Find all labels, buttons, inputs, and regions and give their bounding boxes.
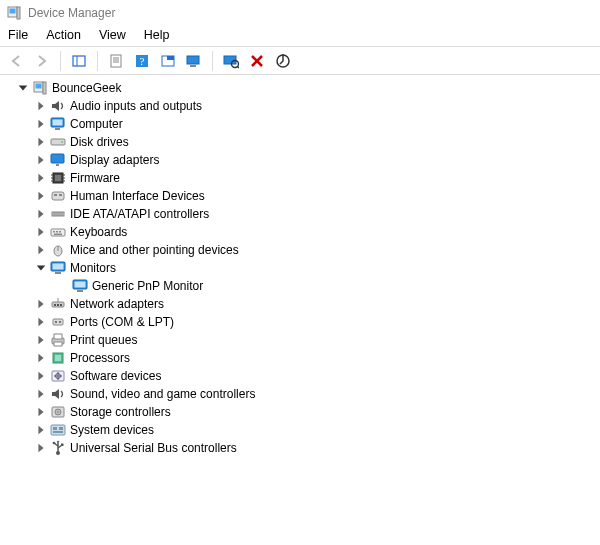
category-label: Network adapters: [70, 295, 164, 313]
tree-category-cpu[interactable]: Processors: [6, 349, 600, 367]
tree-category-audio[interactable]: Audio inputs and outputs: [6, 97, 600, 115]
expand-icon[interactable]: [34, 207, 48, 221]
network-icon: [50, 296, 66, 312]
expand-icon[interactable]: [34, 297, 48, 311]
tree-category-firmware[interactable]: Firmware: [6, 169, 600, 187]
title-bar: Device Manager: [0, 0, 600, 26]
mouse-icon: [50, 242, 66, 258]
twisty-none: [56, 279, 70, 293]
category-label: Mice and other pointing devices: [70, 241, 239, 259]
tree-category-display[interactable]: Display adapters: [6, 151, 600, 169]
expand-icon[interactable]: [34, 441, 48, 455]
menu-bar: File Action View Help: [0, 26, 600, 46]
tree-category-ide[interactable]: IDE ATA/ATAPI controllers: [6, 205, 600, 223]
collapse-icon[interactable]: [16, 81, 30, 95]
menu-view[interactable]: View: [99, 28, 126, 42]
separator: [97, 51, 98, 71]
expand-icon[interactable]: [34, 333, 48, 347]
action-pane-button[interactable]: [156, 50, 180, 72]
tree-category-computer[interactable]: Computer: [6, 115, 600, 133]
category-label: System devices: [70, 421, 154, 439]
app-icon: [6, 5, 22, 21]
category-label: Software devices: [70, 367, 161, 385]
remote-computer-button[interactable]: [182, 50, 206, 72]
expand-icon[interactable]: [34, 153, 48, 167]
menu-help[interactable]: Help: [144, 28, 170, 42]
update-driver-button[interactable]: [271, 50, 295, 72]
tree-category-keyboard[interactable]: Keyboards: [6, 223, 600, 241]
menu-file[interactable]: File: [8, 28, 28, 42]
expand-icon[interactable]: [34, 135, 48, 149]
cpu-icon: [50, 350, 66, 366]
expand-icon[interactable]: [34, 405, 48, 419]
usb-icon: [50, 440, 66, 456]
disk-icon: [50, 134, 66, 150]
monitor-icon: [50, 260, 66, 276]
tree-category-printq[interactable]: Print queues: [6, 331, 600, 349]
back-button[interactable]: [4, 50, 28, 72]
tree-category-sound[interactable]: Sound, video and game controllers: [6, 385, 600, 403]
computer-icon: [50, 116, 66, 132]
device-tree[interactable]: BounceGeek Audio inputs and outputs Comp…: [0, 75, 600, 457]
separator: [60, 51, 61, 71]
category-label: Storage controllers: [70, 403, 171, 421]
toolbar: [0, 47, 600, 75]
expand-icon[interactable]: [34, 315, 48, 329]
tree-category-mouse[interactable]: Mice and other pointing devices: [6, 241, 600, 259]
printer-icon: [50, 332, 66, 348]
help-button[interactable]: [130, 50, 154, 72]
computer-icon: [32, 80, 48, 96]
forward-button[interactable]: [30, 50, 54, 72]
tree-device-pnp-monitor[interactable]: Generic PnP Monitor: [6, 277, 600, 295]
system-icon: [50, 422, 66, 438]
expand-icon[interactable]: [34, 243, 48, 257]
category-label: Monitors: [70, 259, 116, 277]
properties-button[interactable]: [104, 50, 128, 72]
category-label: Audio inputs and outputs: [70, 97, 202, 115]
window-title: Device Manager: [28, 6, 115, 20]
chip-icon: [50, 170, 66, 186]
expand-icon[interactable]: [34, 189, 48, 203]
category-label: Universal Serial Bus controllers: [70, 439, 237, 457]
expand-icon[interactable]: [34, 99, 48, 113]
uninstall-button[interactable]: [245, 50, 269, 72]
tree-category-ports[interactable]: Ports (COM & LPT): [6, 313, 600, 331]
keyboard-icon: [50, 224, 66, 240]
category-label: Keyboards: [70, 223, 127, 241]
menu-action[interactable]: Action: [46, 28, 81, 42]
tree-category-network[interactable]: Network adapters: [6, 295, 600, 313]
category-label: IDE ATA/ATAPI controllers: [70, 205, 209, 223]
category-label: Print queues: [70, 331, 137, 349]
expand-icon[interactable]: [34, 423, 48, 437]
tree-category-software[interactable]: Software devices: [6, 367, 600, 385]
ide-icon: [50, 206, 66, 222]
tree-category-monitor[interactable]: Monitors: [6, 259, 600, 277]
expand-icon[interactable]: [34, 171, 48, 185]
category-label: Firmware: [70, 169, 120, 187]
separator: [212, 51, 213, 71]
tree-category-system[interactable]: System devices: [6, 421, 600, 439]
speaker-icon: [50, 386, 66, 402]
category-label: Processors: [70, 349, 130, 367]
expand-icon[interactable]: [34, 351, 48, 365]
expand-icon[interactable]: [34, 225, 48, 239]
category-label: Sound, video and game controllers: [70, 385, 255, 403]
tree-category-storage[interactable]: Storage controllers: [6, 403, 600, 421]
root-label: BounceGeek: [52, 79, 121, 97]
expand-icon[interactable]: [34, 387, 48, 401]
port-icon: [50, 314, 66, 330]
tree-category-hid[interactable]: Human Interface Devices: [6, 187, 600, 205]
category-label: Ports (COM & LPT): [70, 313, 174, 331]
expand-icon[interactable]: [34, 369, 48, 383]
expand-icon[interactable]: [34, 117, 48, 131]
tree-root[interactable]: BounceGeek: [6, 79, 600, 97]
device-label: Generic PnP Monitor: [92, 277, 203, 295]
category-label: Computer: [70, 115, 123, 133]
display-icon: [50, 152, 66, 168]
show-hide-tree-button[interactable]: [67, 50, 91, 72]
scan-hardware-button[interactable]: [219, 50, 243, 72]
collapse-icon[interactable]: [34, 261, 48, 275]
tree-category-disk[interactable]: Disk drives: [6, 133, 600, 151]
storage-icon: [50, 404, 66, 420]
tree-category-usb[interactable]: Universal Serial Bus controllers: [6, 439, 600, 457]
